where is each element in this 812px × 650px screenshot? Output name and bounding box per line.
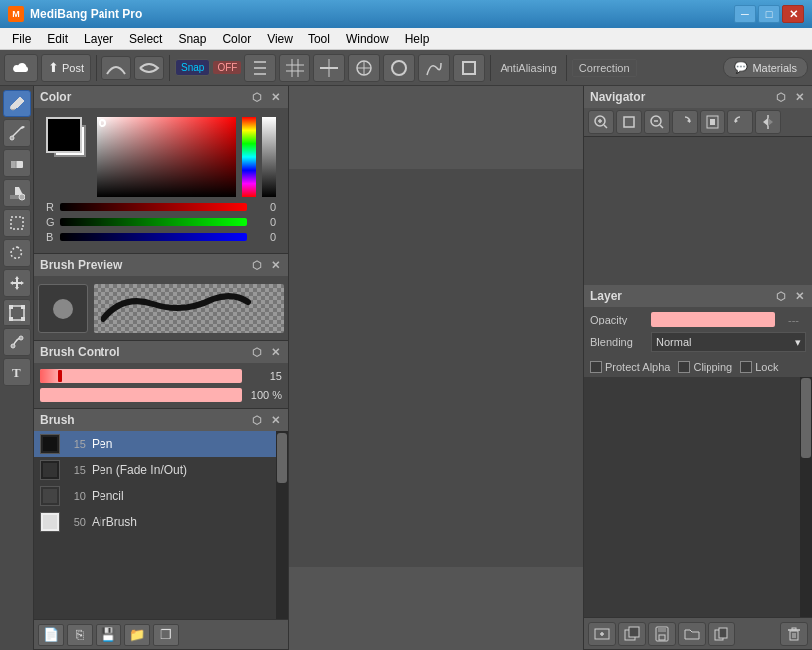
nav-flip[interactable]: [755, 110, 781, 134]
nav-rotate-cw[interactable]: [672, 110, 698, 134]
color-gradient[interactable]: [97, 117, 236, 197]
clipping-checkbox[interactable]: Clipping: [678, 361, 732, 373]
menu-color[interactable]: Color: [214, 30, 259, 48]
navigator-close[interactable]: ✕: [792, 90, 806, 104]
layer-close[interactable]: ✕: [792, 289, 806, 303]
snap-toggle[interactable]: Snap: [175, 59, 210, 76]
size-slider-track[interactable]: [40, 369, 242, 383]
curve-tool-1[interactable]: [102, 56, 131, 80]
snap-off-toggle[interactable]: OFF: [213, 61, 241, 74]
new-layer-button[interactable]: [588, 622, 616, 646]
snap-curve-button[interactable]: [418, 54, 450, 82]
save-brush-button[interactable]: 💾: [96, 624, 121, 646]
brush-scrollbar-thumb: [277, 433, 287, 483]
nav-fit2[interactable]: [700, 110, 725, 134]
brush-panel-expand[interactable]: ⬡: [250, 413, 264, 427]
g-slider[interactable]: [60, 218, 247, 226]
foreground-swatch[interactable]: [46, 117, 82, 153]
copy-layer-button[interactable]: [618, 622, 646, 646]
brush-list-scrollbar[interactable]: [276, 431, 288, 619]
folder-layer-button[interactable]: [678, 622, 706, 646]
eraser-tool[interactable]: [3, 149, 31, 177]
minimize-button[interactable]: ─: [734, 5, 756, 23]
color-panel-expand[interactable]: ⬡: [250, 90, 264, 104]
brush-item-pencil[interactable]: 10 Pencil: [34, 483, 276, 509]
antialiasing-label: AntiAliasing: [496, 60, 560, 76]
nav-fit[interactable]: [616, 110, 642, 134]
hue-bar[interactable]: [242, 117, 256, 197]
eyedropper-tool[interactable]: [3, 119, 31, 147]
brush-preview-expand[interactable]: ⬡: [250, 258, 264, 272]
opacity-slider-track[interactable]: [40, 388, 242, 402]
snap-curve-icon: [425, 59, 443, 77]
cloud-button[interactable]: [4, 54, 38, 82]
brush-control-close[interactable]: ✕: [268, 345, 282, 359]
brush-panel-body: 15 Pen 15 Pen (Fade In/Out): [34, 431, 288, 619]
menu-select[interactable]: Select: [121, 30, 170, 48]
save-layer-button[interactable]: [648, 622, 676, 646]
duplicate-layer-button[interactable]: [708, 622, 735, 646]
blending-select[interactable]: Normal ▾: [651, 332, 806, 352]
brush-preview-close[interactable]: ✕: [268, 258, 282, 272]
copy-brush-button[interactable]: ⎘: [67, 624, 93, 646]
menu-help[interactable]: Help: [397, 30, 438, 48]
b-slider[interactable]: [60, 233, 247, 241]
canvas-area[interactable]: [289, 86, 583, 650]
svg-point-14: [10, 136, 14, 140]
brush-item-pen-fade[interactable]: 15 Pen (Fade In/Out): [34, 457, 276, 483]
layer-panel-icons: ⬡ ✕: [774, 289, 806, 303]
snap-square-button[interactable]: [453, 54, 485, 82]
menu-layer[interactable]: Layer: [76, 30, 121, 48]
protect-alpha-checkbox[interactable]: Protect Alpha: [590, 361, 670, 373]
brush-tool[interactable]: [3, 90, 31, 117]
delete-layer-button[interactable]: [780, 622, 808, 646]
nav-zoom-out[interactable]: [644, 110, 670, 134]
transform-tool[interactable]: [3, 299, 31, 326]
close-button[interactable]: ✕: [782, 5, 804, 23]
pen-icon: [9, 334, 25, 350]
pen-tool[interactable]: [3, 328, 31, 356]
fill-tool[interactable]: [3, 179, 31, 207]
brush-control-expand[interactable]: ⬡: [250, 345, 264, 359]
brush-swatch-airbrush: [40, 512, 60, 532]
new-brush-button[interactable]: 📄: [38, 624, 64, 646]
selection-rect-tool[interactable]: [3, 209, 31, 237]
navigator-expand[interactable]: ⬡: [774, 90, 788, 104]
snap-lines-button[interactable]: [244, 54, 276, 82]
move-tool[interactable]: [3, 269, 31, 297]
brush-panel-close[interactable]: ✕: [268, 413, 282, 427]
materials-button[interactable]: 💬 Materials: [723, 57, 808, 78]
layer-scrollbar[interactable]: [800, 377, 812, 617]
brush-item-airbrush[interactable]: 50 AirBrush: [34, 509, 276, 535]
menu-snap[interactable]: Snap: [170, 30, 214, 48]
trash-icon: [786, 626, 802, 642]
layer-expand[interactable]: ⬡: [774, 289, 788, 303]
opacity-slider[interactable]: [651, 312, 775, 327]
r-slider[interactable]: [60, 203, 247, 211]
grid-button[interactable]: [279, 54, 310, 82]
menu-edit[interactable]: Edit: [39, 30, 76, 48]
menu-view[interactable]: View: [259, 30, 301, 48]
text-tool[interactable]: T: [3, 358, 31, 386]
curve-tool-2[interactable]: [134, 56, 164, 80]
alpha-bar[interactable]: [262, 117, 276, 197]
lock-checkbox[interactable]: Lock: [740, 361, 778, 373]
snap-radial-button[interactable]: [348, 54, 380, 82]
maximize-button[interactable]: □: [758, 5, 780, 23]
folder-brush-button[interactable]: 📁: [124, 624, 150, 646]
menu-tool[interactable]: Tool: [301, 30, 338, 48]
duplicate-brush-button[interactable]: ❐: [153, 624, 179, 646]
menu-window[interactable]: Window: [338, 30, 397, 48]
snap-circle-button[interactable]: [383, 54, 415, 82]
post-button[interactable]: ⬆ Post: [41, 54, 91, 82]
brush-item-pen[interactable]: 15 Pen: [34, 431, 276, 457]
nav-zoom-in[interactable]: [588, 110, 614, 134]
nav-rotate-ccw[interactable]: [727, 110, 753, 134]
brush-panel-footer: 📄 ⎘ 💾 📁 ❐: [34, 619, 288, 649]
selection-lasso-tool[interactable]: [3, 239, 31, 267]
brush-panel-icons: ⬡ ✕: [250, 413, 282, 427]
color-panel-close[interactable]: ✕: [268, 90, 282, 104]
brush-panel-header: Brush ⬡ ✕: [34, 409, 288, 431]
menu-file[interactable]: File: [4, 30, 39, 48]
snap-h-button[interactable]: [313, 54, 345, 82]
